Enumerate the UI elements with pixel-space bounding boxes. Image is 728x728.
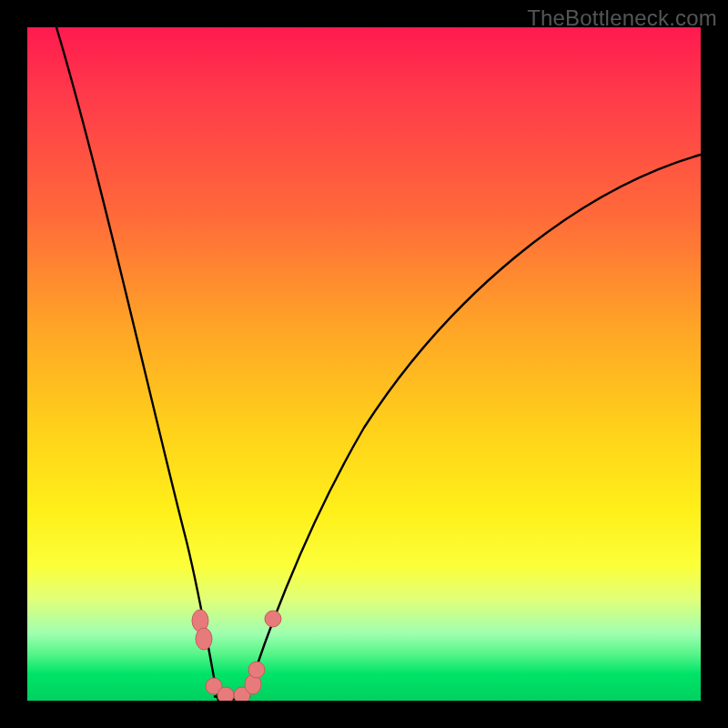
curve-markers [192,610,281,701]
chart-frame [27,27,701,701]
marker-dot [248,662,265,678]
bottleneck-curve-svg [27,27,701,701]
curve-right-branch [246,155,701,701]
marker-dot [217,687,234,701]
marker-dot [196,628,212,650]
curve-left-branch [56,27,218,701]
marker-dot [265,611,281,627]
